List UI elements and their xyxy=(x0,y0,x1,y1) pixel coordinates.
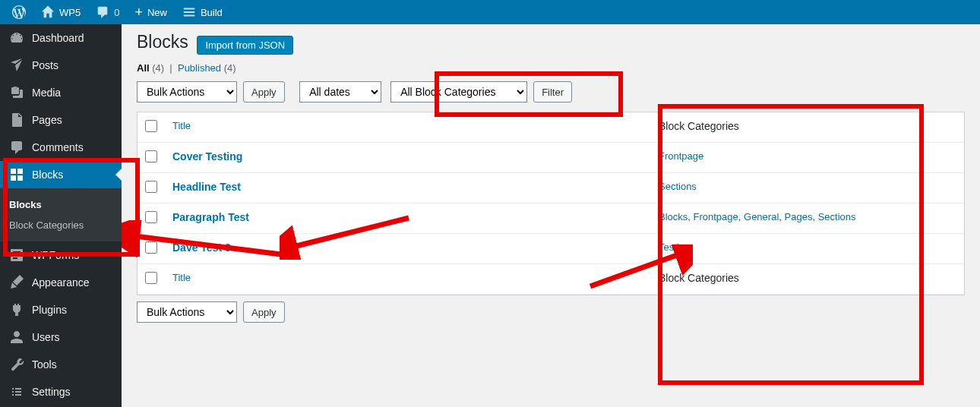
pages-icon xyxy=(9,112,24,128)
sidebar-item-label: WPForms xyxy=(32,249,79,261)
admin-sidebar: Dashboard Posts Media Pages Comments Blo… xyxy=(0,24,122,407)
dashboard-icon xyxy=(9,30,24,46)
view-all-label[interactable]: All xyxy=(137,62,150,74)
media-icon xyxy=(9,85,24,100)
site-name-menu[interactable]: WP5 xyxy=(35,0,87,24)
sidebar-item-pages[interactable]: Pages xyxy=(0,106,122,134)
view-published-label[interactable]: Published xyxy=(178,62,221,74)
column-categories-footer: Block Categories xyxy=(659,272,739,284)
column-title-footer[interactable]: Title xyxy=(172,272,191,283)
sidebar-item-blocks[interactable]: Blocks xyxy=(0,161,122,188)
appearance-icon xyxy=(9,275,24,290)
view-published-count: (4) xyxy=(224,62,236,74)
row-checkbox[interactable] xyxy=(145,211,157,223)
sidebar-item-label: Tools xyxy=(32,358,57,371)
sidebar-item-label: Blocks xyxy=(32,169,63,181)
tablenav-top: Bulk Actions Apply All dates All Block C… xyxy=(137,78,965,106)
category-filter-group: All Block Categories Filter xyxy=(387,78,575,106)
sidebar-item-label: Pages xyxy=(32,114,62,126)
block-categories-filter-select[interactable]: All Block Categories xyxy=(390,81,527,103)
new-label: New xyxy=(147,7,167,18)
build-label: Build xyxy=(201,7,223,18)
category-link[interactable]: Testing xyxy=(659,241,690,253)
admin-bar: WP5 0 + New Build xyxy=(0,0,980,24)
row-title-link[interactable]: Headline Test xyxy=(172,181,241,193)
sidebar-item-label: Users xyxy=(32,331,60,343)
blocks-table: Title Block Categories Cover TestingFron… xyxy=(137,112,965,295)
sidebar-item-label: Plugins xyxy=(32,304,67,316)
comments-menu[interactable]: 0 xyxy=(90,0,125,24)
comment-icon xyxy=(96,5,109,19)
apply-bulk-button[interactable]: Apply xyxy=(243,81,285,103)
row-checkbox[interactable] xyxy=(145,241,157,254)
sidebar-item-media[interactable]: Media xyxy=(0,79,122,106)
plus-icon: + xyxy=(134,5,143,21)
sidebar-item-plugins[interactable]: Plugins xyxy=(0,296,122,323)
new-content-menu[interactable]: + New xyxy=(128,0,173,24)
bulk-actions-select-bottom[interactable]: Bulk Actions xyxy=(137,301,237,323)
posts-icon xyxy=(9,58,24,73)
tools-icon xyxy=(9,357,24,372)
table-row: Headline TestSections xyxy=(138,173,964,204)
sidebar-item-label: Dashboard xyxy=(32,32,84,44)
category-link[interactable]: Pages xyxy=(785,211,813,222)
row-checkbox[interactable] xyxy=(145,150,157,162)
category-link[interactable]: Sections xyxy=(818,211,856,222)
sidebar-item-label: Posts xyxy=(32,59,58,71)
tablenav-bottom: Bulk Actions Apply xyxy=(137,301,965,323)
table-row: Cover TestingFrontpage xyxy=(138,143,964,173)
sidebar-item-dashboard[interactable]: Dashboard xyxy=(0,24,122,52)
build-menu[interactable]: Build xyxy=(176,0,229,24)
wordpress-icon xyxy=(12,5,26,19)
post-status-views: All (4) | Published (4) xyxy=(137,62,965,74)
table-row: Dave Test 3Testing xyxy=(138,234,964,264)
category-link[interactable]: Sections xyxy=(659,181,697,192)
column-categories-header: Block Categories xyxy=(659,120,739,132)
submenu-item-blocks[interactable]: Blocks xyxy=(0,194,122,215)
settings-icon xyxy=(9,384,24,399)
category-link[interactable]: Blocks xyxy=(659,211,688,222)
apply-bulk-button-bottom[interactable]: Apply xyxy=(243,301,285,323)
row-title-link[interactable]: Paragraph Test xyxy=(172,211,249,223)
sidebar-item-posts[interactable]: Posts xyxy=(0,52,122,79)
bulk-actions-select[interactable]: Bulk Actions xyxy=(137,81,237,103)
sidebar-item-comments[interactable]: Comments xyxy=(0,134,122,161)
wpforms-icon xyxy=(9,248,24,263)
row-title-link[interactable]: Dave Test 3 xyxy=(172,241,231,254)
category-link[interactable]: Frontpage xyxy=(659,150,703,162)
category-link[interactable]: Frontpage xyxy=(694,211,738,222)
page-title: Blocks xyxy=(137,32,188,52)
sidebar-item-settings[interactable]: Settings xyxy=(0,378,122,405)
site-name-label: WP5 xyxy=(59,7,81,18)
sidebar-item-users[interactable]: Users xyxy=(0,323,122,351)
sidebar-item-label: Settings xyxy=(32,386,71,398)
select-all-top[interactable] xyxy=(145,120,157,132)
comments-icon xyxy=(9,140,24,155)
plugins-icon xyxy=(9,302,24,317)
sidebar-submenu-blocks: Blocks Block Categories xyxy=(0,188,122,241)
row-title-link[interactable]: Cover Testing xyxy=(172,150,242,162)
sidebar-item-label: Media xyxy=(32,87,61,99)
sidebar-item-wpforms[interactable]: WPForms xyxy=(0,241,122,269)
category-link[interactable]: General xyxy=(744,211,779,222)
wp-logo-menu[interactable] xyxy=(6,0,32,24)
import-json-button[interactable]: Import from JSON xyxy=(197,36,293,55)
submenu-item-block-categories[interactable]: Block Categories xyxy=(0,215,122,235)
home-icon xyxy=(41,5,55,19)
users-icon xyxy=(9,330,24,345)
dates-filter-select[interactable]: All dates xyxy=(299,81,381,103)
filter-button[interactable]: Filter xyxy=(533,81,572,103)
sidebar-item-tools[interactable]: Tools xyxy=(0,351,122,378)
view-all-count: (4) xyxy=(152,62,164,74)
main-content: Blocks Import from JSON All (4) | Publis… xyxy=(122,24,980,407)
blocks-icon xyxy=(9,167,24,182)
comments-count: 0 xyxy=(114,7,119,18)
table-row: Paragraph TestBlocks, Frontpage, General… xyxy=(138,204,964,234)
row-checkbox[interactable] xyxy=(145,181,157,193)
sidebar-item-appearance[interactable]: Appearance xyxy=(0,269,122,296)
builder-icon xyxy=(182,5,196,19)
sidebar-item-label: Appearance xyxy=(32,276,90,289)
select-all-bottom[interactable] xyxy=(145,272,157,284)
column-title-header[interactable]: Title xyxy=(172,120,191,131)
sidebar-item-label: Comments xyxy=(32,141,84,153)
